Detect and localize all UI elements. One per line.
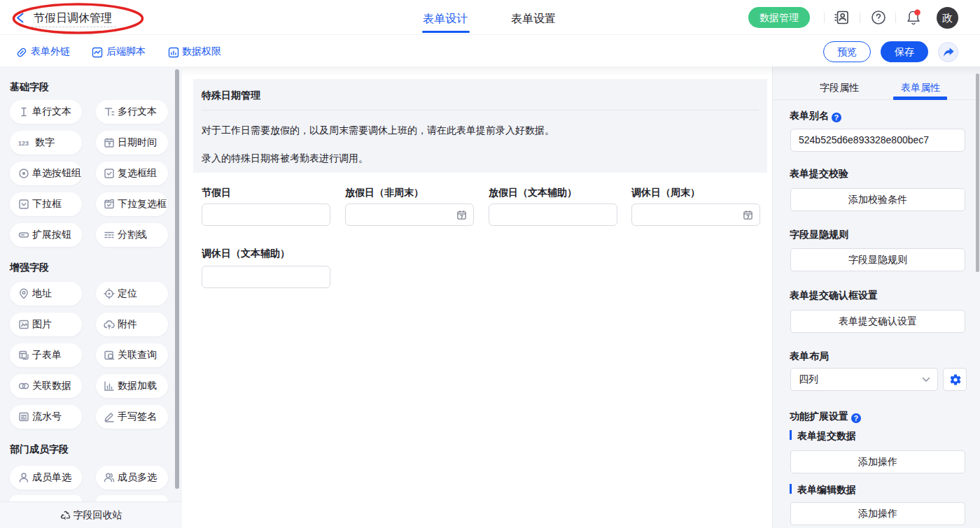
svg-text:123: 123 bbox=[18, 140, 29, 147]
